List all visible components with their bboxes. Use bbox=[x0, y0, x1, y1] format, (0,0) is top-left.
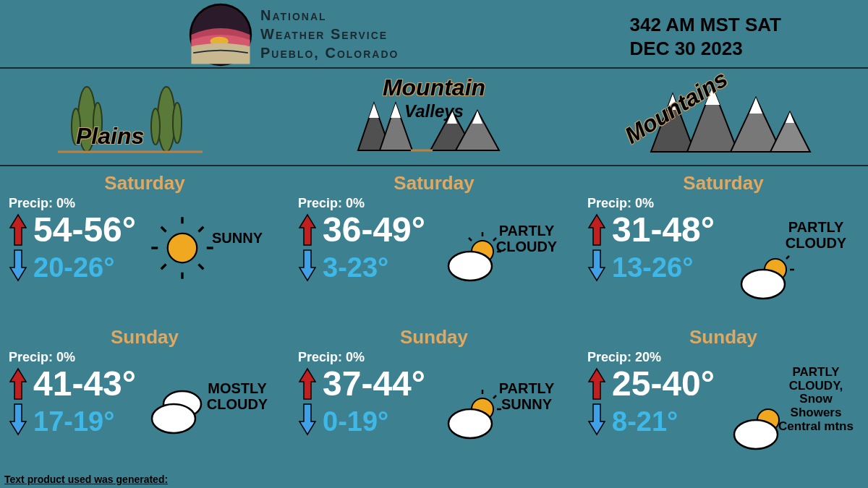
arrow-down-icon bbox=[9, 249, 27, 282]
svg-line-37 bbox=[161, 265, 166, 270]
svg-marker-27 bbox=[10, 215, 26, 245]
region-valleys: Mountain Valleys bbox=[289, 69, 579, 165]
arrow-up-icon bbox=[298, 213, 317, 247]
region-label: Mountain bbox=[383, 74, 485, 100]
svg-point-7 bbox=[151, 108, 160, 145]
high-temp: 36-49° bbox=[323, 213, 425, 247]
region-mountains: Mountains bbox=[579, 69, 868, 165]
svg-point-62 bbox=[741, 270, 785, 299]
day-label: Sunday bbox=[298, 326, 570, 348]
region-row: Plains Mountain Valleys bbox=[0, 69, 868, 166]
region-sublabel: Valleys bbox=[404, 101, 464, 121]
nws-logo bbox=[188, 2, 253, 67]
arrow-up-icon bbox=[9, 367, 27, 401]
precip-label: Precip: 0% bbox=[9, 350, 281, 365]
condition-label: MOSTLY CLOUDY bbox=[197, 380, 277, 412]
svg-marker-57 bbox=[589, 215, 605, 245]
arrow-down-icon bbox=[298, 249, 317, 282]
high-temp: 41-43° bbox=[33, 367, 136, 401]
high-temp: 37-44° bbox=[323, 367, 425, 401]
condition-label: PARTLY SUNNY bbox=[487, 380, 566, 412]
precip-label: Precip: 0% bbox=[587, 196, 859, 211]
forecast-col-mountains: Saturday Precip: 0% 31-48° 13-26° PARTLY… bbox=[579, 166, 868, 486]
svg-marker-12 bbox=[369, 103, 379, 118]
forecast-card: Saturday Precip: 0% 31-48° 13-26° PARTLY… bbox=[587, 172, 859, 320]
svg-point-41 bbox=[152, 404, 195, 433]
svg-marker-42 bbox=[299, 215, 315, 245]
day-label: Saturday bbox=[298, 172, 570, 194]
high-temp: 54-56° bbox=[33, 213, 136, 247]
high-temp: 25-40° bbox=[612, 367, 715, 401]
svg-point-66 bbox=[734, 420, 778, 449]
svg-line-34 bbox=[161, 227, 166, 232]
svg-marker-51 bbox=[299, 404, 315, 435]
forecast-card: Sunday Precip: 0% 37-44° 0-19° PARTLY SU… bbox=[298, 326, 570, 474]
partly-cloudy-icon bbox=[736, 244, 801, 309]
svg-point-8 bbox=[173, 103, 182, 143]
arrow-down-icon bbox=[9, 403, 27, 436]
forecast-card: Saturday Precip: 0% 36-49° 3-23° PARTLY … bbox=[298, 172, 570, 320]
svg-point-49 bbox=[448, 252, 492, 281]
region-plains: Plains bbox=[0, 69, 289, 165]
footer-note: Text product used was generated: bbox=[4, 474, 168, 485]
low-temp: 3-23° bbox=[323, 254, 388, 281]
svg-line-48 bbox=[469, 238, 472, 241]
precip-label: Precip: 0% bbox=[9, 196, 281, 211]
cactus-icon bbox=[51, 76, 217, 163]
svg-marker-38 bbox=[10, 369, 26, 399]
condition-label: PARTLY CLOUDY bbox=[487, 223, 566, 254]
low-temp: 20-26° bbox=[33, 254, 114, 281]
svg-marker-39 bbox=[10, 404, 26, 435]
timestamp: 342 AM MST SAT DEC 30 2023 bbox=[630, 13, 781, 60]
forecast-grid: Saturday Precip: 0% 54-56° 20-26° SUNNY … bbox=[0, 166, 868, 486]
region-label: Plains bbox=[76, 123, 144, 150]
forecast-col-plains: Saturday Precip: 0% 54-56° 20-26° SUNNY … bbox=[0, 166, 289, 486]
forecast-card: Sunday Precip: 20% 25-40° 8-21° PARTLY C… bbox=[587, 326, 859, 474]
forecast-card: Sunday Precip: 0% 41-43° 17-19° MOSTLY C… bbox=[9, 326, 281, 474]
svg-marker-43 bbox=[299, 250, 315, 281]
agency-line2: Weather Service bbox=[260, 25, 399, 43]
arrow-down-icon bbox=[298, 403, 317, 436]
low-temp: 8-21° bbox=[612, 408, 678, 435]
agency-line3: Pueblo, Colorado bbox=[260, 43, 399, 62]
sunny-icon bbox=[150, 215, 215, 281]
day-label: Saturday bbox=[587, 172, 859, 194]
day-label: Sunday bbox=[587, 326, 859, 348]
low-temp: 0-19° bbox=[323, 408, 388, 435]
high-temp: 31-48° bbox=[612, 213, 715, 247]
condition-label: PARTLY CLOUDY bbox=[776, 219, 856, 251]
precip-label: Precip: 20% bbox=[587, 350, 859, 365]
forecast-col-valleys: Saturday Precip: 0% 36-49° 3-23° PARTLY … bbox=[289, 166, 579, 486]
precip-label: Precip: 0% bbox=[298, 196, 570, 211]
arrow-up-icon bbox=[587, 367, 606, 401]
arrow-down-icon bbox=[587, 249, 606, 282]
precip-label: Precip: 0% bbox=[298, 350, 570, 365]
timestamp-line2: DEC 30 2023 bbox=[630, 37, 781, 61]
svg-line-61 bbox=[786, 256, 789, 259]
timestamp-line1: 342 AM MST SAT bbox=[630, 13, 781, 37]
header: National Weather Service Pueblo, Colorad… bbox=[0, 0, 868, 69]
svg-line-35 bbox=[199, 265, 204, 270]
svg-marker-64 bbox=[589, 404, 605, 435]
svg-marker-25 bbox=[749, 98, 762, 114]
condition-label: SUNNY bbox=[197, 230, 277, 246]
arrow-up-icon bbox=[9, 213, 27, 247]
arrow-down-icon bbox=[587, 403, 606, 436]
svg-marker-63 bbox=[589, 369, 605, 399]
svg-point-29 bbox=[168, 234, 197, 263]
agency-name: National Weather Service Pueblo, Colorad… bbox=[260, 6, 399, 62]
condition-label: PARTLY CLOUDY, Snow Showers Central mtns bbox=[776, 366, 856, 433]
day-label: Sunday bbox=[9, 326, 281, 348]
day-label: Saturday bbox=[9, 172, 281, 194]
svg-marker-50 bbox=[299, 369, 315, 399]
svg-point-56 bbox=[448, 409, 492, 438]
agency-line1: National bbox=[260, 6, 399, 25]
forecast-card: Saturday Precip: 0% 54-56° 20-26° SUNNY bbox=[9, 172, 281, 320]
svg-marker-58 bbox=[589, 250, 605, 281]
arrow-up-icon bbox=[298, 367, 317, 401]
low-temp: 13-26° bbox=[612, 254, 693, 281]
arrow-up-icon bbox=[587, 213, 606, 247]
svg-marker-28 bbox=[10, 250, 26, 281]
low-temp: 17-19° bbox=[33, 408, 114, 435]
